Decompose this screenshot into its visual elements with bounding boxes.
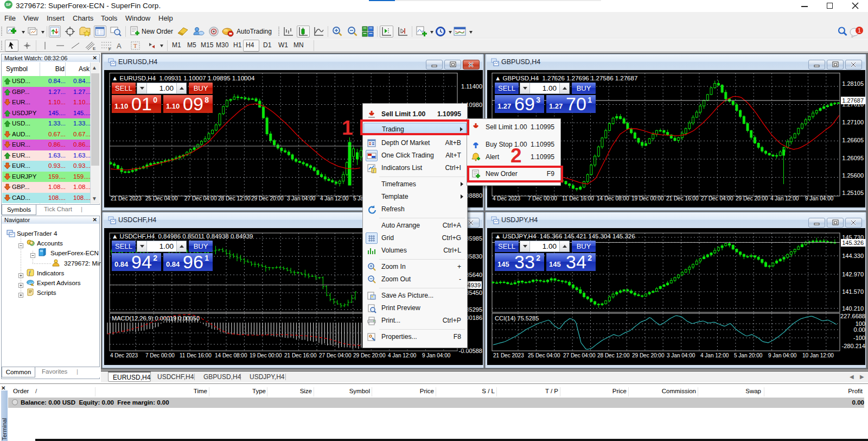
- svg-text:27 Dec 04:00: 27 Dec 04:00: [319, 352, 352, 358]
- svg-text:141.570: 141.570: [842, 288, 864, 295]
- svg-text:14 Dec 08:00: 14 Dec 08:00: [597, 196, 629, 201]
- svg-text:-100: -100: [853, 335, 865, 341]
- svg-text:4 Jan 12:00: 4 Jan 12:00: [388, 352, 417, 358]
- svg-text:145.326: 145.326: [842, 240, 864, 246]
- svg-text:144.330: 144.330: [842, 253, 864, 259]
- svg-text:CCI(14) 75.5285: CCI(14) 75.5285: [495, 315, 539, 322]
- svg-text:21 Dec 16:00: 21 Dec 16:00: [666, 196, 699, 201]
- svg-text:4 Jan 12:00: 4 Jan 12:00: [700, 352, 729, 358]
- svg-text:227.6688: 227.6688: [840, 313, 865, 319]
- svg-text:4 Jan 12:00: 4 Jan 12:00: [770, 196, 799, 201]
- svg-text:9 Jan 04:00: 9 Jan 04:00: [422, 352, 451, 358]
- svg-text:Terminal: Terminal: [1, 418, 8, 440]
- svg-text:-280.214: -280.214: [842, 343, 865, 349]
- svg-text:19 Dec 00:00: 19 Dec 00:00: [250, 352, 282, 358]
- svg-text:10 Jan 12:00: 10 Jan 12:00: [802, 352, 834, 358]
- svg-text:1.26095: 1.26095: [842, 155, 864, 161]
- svg-text:25 Dec 04:00: 25 Dec 04:00: [528, 352, 560, 358]
- svg-text:1.11400: 1.11400: [461, 83, 482, 90]
- svg-text:29 Dec 20:00: 29 Dec 20:00: [632, 352, 665, 358]
- svg-text:0.00: 0.00: [854, 326, 865, 333]
- svg-text:28 Dec 12:00: 28 Dec 12:00: [597, 352, 630, 358]
- svg-text:1.27100: 1.27100: [842, 119, 864, 125]
- svg-text:1.25600: 1.25600: [842, 172, 864, 179]
- svg-text:F: F: [108, 47, 111, 51]
- svg-text:21 Dec 16:00: 21 Dec 16:00: [284, 352, 317, 358]
- svg-text:29 Dec 20:00: 29 Dec 20:00: [736, 196, 768, 201]
- svg-text:7 Dec 00:00: 7 Dec 00:00: [145, 352, 175, 358]
- svg-text:140.210: 140.210: [842, 305, 864, 312]
- svg-text:27 Dec 04:00: 27 Dec 04:00: [184, 196, 217, 201]
- svg-text:14 Dec 08:00: 14 Dec 08:00: [215, 352, 247, 358]
- svg-text:1: 1: [858, 27, 861, 34]
- svg-text:21 Dec 2023: 21 Dec 2023: [493, 352, 524, 358]
- svg-text:9 Jan 04:00: 9 Jan 04:00: [805, 196, 834, 201]
- svg-text:T: T: [133, 42, 137, 49]
- svg-text:3 Jan 04:00: 3 Jan 04:00: [667, 352, 695, 358]
- svg-text:1.27687: 1.27687: [842, 97, 864, 104]
- svg-text:25 Dec 04:00: 25 Dec 04:00: [145, 196, 178, 201]
- svg-text:142.970: 142.970: [842, 271, 864, 278]
- svg-text:11 Dec 16:00: 11 Dec 16:00: [180, 352, 212, 358]
- svg-text:11 Dec 16:00: 11 Dec 16:00: [562, 196, 594, 201]
- svg-text:MACD(12,26,9) 0.00019 0.00050: MACD(12,26,9) 0.00019 0.00050: [112, 315, 200, 322]
- svg-text:4 Jan 12:00: 4 Jan 12:00: [320, 196, 349, 201]
- svg-text:7 Dec 00:00: 7 Dec 00:00: [528, 196, 557, 201]
- svg-text:1.26605: 1.26605: [842, 137, 864, 143]
- svg-text:4 Dec 2023: 4 Dec 2023: [110, 352, 138, 358]
- svg-text:5 Jan 20:00: 5 Jan 20:00: [734, 352, 763, 358]
- svg-text:21 Dec 2023: 21 Dec 2023: [111, 196, 142, 201]
- svg-text:27 Dec 04:00: 27 Dec 04:00: [563, 352, 596, 358]
- svg-text:29 Dec 20:00: 29 Dec 20:00: [353, 352, 386, 358]
- svg-text:4 Dec 2023: 4 Dec 2023: [493, 196, 521, 201]
- svg-text:29 Dec 20:00: 29 Dec 20:00: [251, 196, 284, 201]
- svg-text:1.28105: 1.28105: [842, 80, 864, 87]
- svg-text:1.25105: 1.25105: [842, 190, 864, 196]
- svg-text:28 Dec 12:00: 28 Dec 12:00: [218, 196, 251, 201]
- svg-text:19 Dec 00:00: 19 Dec 00:00: [631, 196, 664, 201]
- svg-text:27 Dec 04:00: 27 Dec 04:00: [701, 196, 733, 201]
- svg-text:-0.00588: -0.00588: [459, 348, 482, 354]
- svg-text:E: E: [93, 46, 95, 51]
- svg-text:3 Jan 04:00: 3 Jan 04:00: [287, 196, 316, 201]
- svg-text:9 Jan 04:00: 9 Jan 04:00: [768, 352, 797, 358]
